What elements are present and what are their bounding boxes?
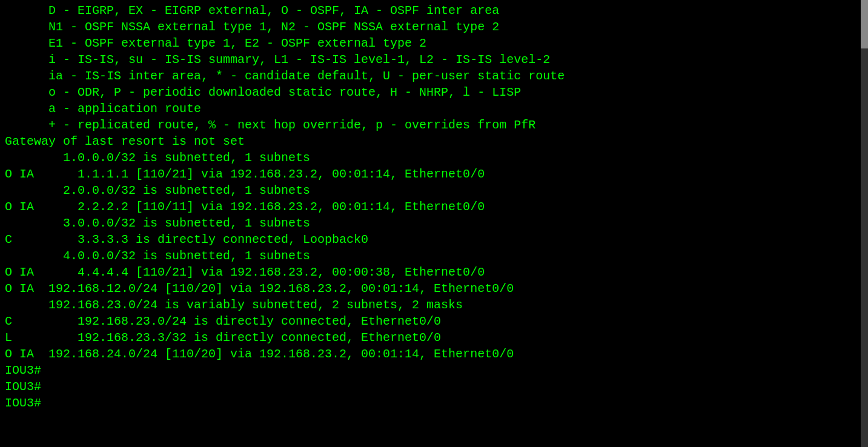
- terminal-line: IOU3#: [5, 362, 863, 379]
- terminal-line: N1 - OSPF NSSA external type 1, N2 - OSP…: [5, 19, 863, 35]
- terminal-line: 1.0.0.0/32 is subnetted, 1 subnets: [5, 150, 863, 166]
- terminal-line: L 192.168.23.3/32 is directly connected,…: [5, 329, 863, 346]
- terminal-line: E1 - OSPF external type 1, E2 - OSPF ext…: [5, 35, 863, 51]
- terminal-window[interactable]: D - EIGRP, EX - EIGRP external, O - OSPF…: [0, 0, 868, 447]
- terminal-line: o - ODR, P - periodic downloaded static …: [5, 84, 863, 101]
- terminal-line: D - EIGRP, EX - EIGRP external, O - OSPF…: [5, 2, 863, 19]
- terminal-line: 192.168.23.0/24 is variably subnetted, 2…: [5, 297, 863, 313]
- terminal-line: O IA 1.1.1.1 [110/21] via 192.168.23.2, …: [5, 166, 863, 182]
- terminal-line: C 192.168.23.0/24 is directly connected,…: [5, 313, 863, 329]
- terminal-line: IOU3#: [5, 395, 863, 411]
- terminal-line: C 3.3.3.3 is directly connected, Loopbac…: [5, 231, 863, 248]
- terminal-line: O IA 4.4.4.4 [110/21] via 192.168.23.2, …: [5, 264, 863, 280]
- terminal-line: 2.0.0.0/32 is subnetted, 1 subnets: [5, 182, 863, 199]
- terminal-line: O IA 192.168.24.0/24 [110/20] via 192.16…: [5, 346, 863, 362]
- terminal-line: O IA 2.2.2.2 [110/11] via 192.168.23.2, …: [5, 199, 863, 215]
- terminal-line: i - IS-IS, su - IS-IS summary, L1 - IS-I…: [5, 51, 863, 68]
- terminal-line: 3.0.0.0/32 is subnetted, 1 subnets: [5, 215, 863, 231]
- terminal-line: 4.0.0.0/32 is subnetted, 1 subnets: [5, 248, 863, 264]
- terminal-line: O IA 192.168.12.0/24 [110/20] via 192.16…: [5, 280, 863, 297]
- terminal-line: Gateway of last resort is not set: [5, 133, 863, 150]
- scrollbar[interactable]: [861, 0, 868, 447]
- scrollbar-thumb[interactable]: [861, 0, 868, 48]
- terminal-line: ia - IS-IS inter area, * - candidate def…: [5, 68, 863, 84]
- terminal-line: + - replicated route, % - next hop overr…: [5, 117, 863, 133]
- terminal-line: IOU3#: [5, 379, 863, 395]
- terminal-line: a - application route: [5, 101, 863, 117]
